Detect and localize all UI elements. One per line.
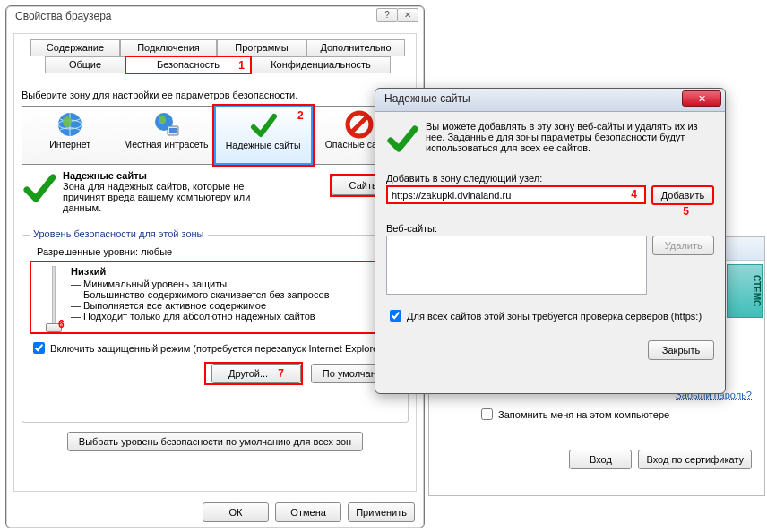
ok-button[interactable]: ОК (203, 502, 269, 522)
level-item: Минимальный уровень защиты (71, 279, 392, 289)
marker-2: 2 (297, 109, 304, 122)
remember-me-label: Запомнить меня на этом компьютере (498, 409, 669, 420)
trusted-intro: Вы можете добавлять в эту зону веб-сайты… (386, 121, 714, 164)
add-site-label: Добавить в зону следующий узел: (386, 173, 714, 184)
svg-line-8 (351, 116, 367, 133)
tab-row-lower: Общие Безопасность 1 Конфиденциальность (14, 56, 416, 74)
tab-security[interactable]: Безопасность 1 (125, 56, 251, 73)
require-https-row[interactable]: Для всех сайтов этой зоны требуется пров… (386, 307, 714, 324)
login-cert-button[interactable]: Вход по сертификату (638, 450, 752, 469)
allowed-levels-text: Разрешенные уровни: любые (37, 246, 401, 257)
tab-content[interactable]: Содержание (30, 39, 120, 56)
dialog-titlebar: Свойства браузера ? ✕ (6, 6, 424, 28)
zone-intranet[interactable]: Местная интрасеть (118, 107, 214, 164)
trusted-close-button[interactable]: ✕ (682, 90, 721, 107)
tab-security-label: Безопасность (157, 59, 220, 70)
custom-level-button[interactable]: Другой... 7 (211, 364, 301, 383)
require-https-checkbox[interactable] (390, 310, 401, 322)
svg-rect-6 (169, 128, 177, 133)
trusted-intro-text: Вы можете добавлять в эту зону веб-сайты… (426, 121, 698, 153)
dialog-body: Содержание Подключения Программы Дополни… (13, 33, 417, 492)
trusted-dialog-titlebar: Надежные сайты ✕ (375, 89, 725, 112)
dialog-title: Свойства браузера (15, 10, 112, 22)
checkmark-icon (386, 123, 418, 155)
require-https-label: Для всех сайтов этой зоны требуется пров… (407, 311, 702, 322)
reset-all-zones-button[interactable]: Выбрать уровень безопасности по умолчани… (67, 432, 363, 451)
zone-intranet-label: Местная интрасеть (118, 140, 213, 150)
marker-7: 7 (278, 367, 284, 380)
zone-select-prompt: Выберите зону для настройки ее параметро… (22, 90, 409, 100)
protected-mode-checkbox[interactable] (33, 342, 45, 354)
group-legend: Уровень безопасности для этой зоны (30, 228, 208, 239)
apply-button[interactable]: Применить (348, 502, 415, 522)
zone-internet-label: Интернет (22, 140, 117, 150)
protected-mode-label: Включить защищенный режим (потребуется п… (50, 343, 384, 354)
trusted-close-footer-button[interactable]: Закрыть (648, 340, 714, 360)
zone-description: Надежные сайты Зона для надежных сайтов,… (22, 170, 409, 224)
marker-1: 1 (238, 58, 245, 73)
level-details-list: Минимальный уровень защиты Большинство с… (71, 279, 392, 322)
level-item: Большинство содержимого скачивается без … (71, 289, 392, 300)
zone-trusted-label: Надежные сайты (216, 141, 311, 150)
globe-icon (56, 110, 84, 139)
security-level-group: Уровень безопасности для этой зоны Разре… (22, 235, 409, 423)
add-site-button[interactable]: Добавить (651, 185, 714, 205)
tab-programs[interactable]: Программы (217, 39, 306, 56)
marker-6: 6 (58, 318, 65, 330)
level-item: Выполняется все активное содержимое (71, 300, 392, 311)
tab-advanced[interactable]: Дополнительно (306, 39, 405, 56)
remove-site-button[interactable]: Удалить (652, 236, 714, 255)
tab-general[interactable]: Общие (45, 56, 125, 73)
help-button[interactable]: ? (376, 8, 398, 22)
tab-privacy[interactable]: Конфиденциальность (251, 56, 391, 73)
remember-me-checkbox[interactable] (481, 408, 493, 420)
checkmark-icon (249, 111, 278, 140)
background-brand-strip: СТЕМС (727, 264, 763, 318)
level-item: Подходит только для абсолютно надежных с… (71, 311, 392, 322)
cancel-button[interactable]: Отмена (275, 502, 341, 522)
marker-4: 4 (631, 188, 637, 201)
level-name: Низкий (71, 266, 392, 277)
zone-internet[interactable]: Интернет (22, 107, 118, 164)
zone-desc-text: Зона для надежных сайтов, которые не при… (63, 181, 269, 213)
login-button[interactable]: Вход (569, 450, 632, 469)
close-button[interactable]: ✕ (397, 8, 418, 22)
websites-listbox[interactable] (386, 236, 647, 295)
protected-mode-row[interactable]: Включить защищенный режим (потребуется п… (30, 339, 401, 356)
internet-properties-dialog: Свойства браузера ? ✕ Содержание Подключ… (5, 5, 425, 528)
zone-trusted[interactable]: 2 Надежные сайты (214, 106, 313, 165)
forbidden-icon (345, 110, 374, 139)
custom-level-label: Другой... (228, 368, 268, 379)
trusted-dialog-title: Надежные сайты (384, 92, 470, 105)
security-slider-track[interactable] (52, 266, 56, 329)
add-site-input[interactable] (386, 185, 646, 204)
tab-connections[interactable]: Подключения (120, 39, 217, 56)
svg-point-4 (159, 116, 166, 124)
intranet-icon (151, 110, 180, 139)
svg-point-2 (63, 116, 72, 127)
remember-me-row[interactable]: Запомнить меня на этом компьютере (478, 406, 752, 423)
checkmark-large-icon (22, 170, 57, 206)
security-zones-strip: Интернет Местная интрасеть 2 Надежные са… (22, 106, 409, 165)
websites-list-label: Веб-сайты: (386, 223, 714, 234)
marker-5: 5 (683, 205, 689, 218)
trusted-sites-dialog: Надежные сайты ✕ Вы можете добавлять в э… (375, 88, 726, 394)
tab-row-upper: Содержание Подключения Программы Дополни… (14, 39, 416, 57)
dialog-footer: ОК Отмена Применить (6, 502, 424, 522)
